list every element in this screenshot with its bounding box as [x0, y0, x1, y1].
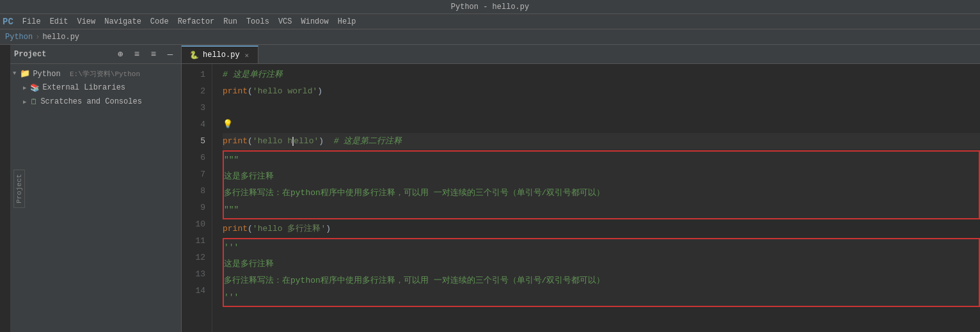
expand-button[interactable]: ≡ — [130, 47, 144, 61]
tree-item-python[interactable]: ▼ 📁 Python E:\学习资料\Python — [10, 67, 181, 81]
block-highlight-2: ''' 这是多行注释 多行注释写法：在python程序中使用多行注释，可以用 一… — [223, 238, 980, 307]
tree-arrow-python: ▼ — [13, 70, 16, 77]
tab-python-icon: 🐍 — [189, 51, 199, 60]
menu-navigate[interactable]: Navigate — [100, 16, 145, 28]
code-line-5: print('hello hello') # 这是第二行注释 — [223, 133, 980, 150]
title-bar: Python - hello.py — [0, 0, 980, 14]
line-num-5: 5 — [182, 133, 205, 150]
menu-help[interactable]: Help — [334, 16, 360, 28]
code-line-13: 多行注释写法：在python程序中使用多行注释，可以用 一对连续的三个引号（单引… — [224, 273, 979, 289]
collapse-button[interactable]: ≡ — [146, 47, 161, 61]
code-line-8: 多行注释写法：在python程序中使用多行注释，可以用 一对连续的三个引号（单引… — [224, 185, 979, 202]
tree-arrow-scratch: ▶ — [23, 99, 26, 106]
menu-file[interactable]: File — [19, 16, 45, 28]
app-icon: PC — [3, 17, 13, 27]
line-num-11: 11 — [182, 233, 205, 249]
folder-icon: 📁 — [20, 68, 30, 79]
line-num-1: 1 — [182, 67, 205, 83]
tree-label-scratch: Scratches and Consoles — [40, 97, 141, 106]
code-line-1: # 这是单行注释 — [223, 67, 980, 83]
bulb-icon: 💡 — [223, 116, 233, 133]
block-highlight-1: """ 这是多行注释 多行注释写法：在python程序中使用多行注释，可以用 一… — [223, 150, 980, 219]
line-num-8: 8 — [182, 183, 205, 200]
line-num-9: 9 — [182, 200, 205, 216]
menu-view[interactable]: View — [73, 16, 99, 28]
line-num-10: 10 — [182, 216, 205, 233]
add-button[interactable]: ⊕ — [113, 47, 127, 61]
code-line-11: ''' — [224, 239, 979, 256]
tab-strip: 🐍 hello.py ✕ — [182, 45, 980, 64]
line-num-4: 4 — [182, 116, 205, 133]
menu-window[interactable]: Window — [297, 16, 333, 28]
code-content[interactable]: # 这是单行注释 print('hello world') 💡 print('h… — [212, 64, 980, 332]
tab-close-button[interactable]: ✕ — [244, 51, 251, 60]
menu-run[interactable]: Run — [219, 16, 241, 28]
sidebar-tree: ▼ 📁 Python E:\学习资料\Python ▶ 📚 External L… — [10, 64, 181, 332]
code-line-10: print('hello 多行注释') — [223, 221, 980, 237]
menu-vcs[interactable]: VCS — [274, 16, 296, 28]
line-num-13: 13 — [182, 266, 205, 283]
code-line-7: 这是多行注释 — [224, 168, 979, 185]
line-num-2: 2 — [182, 83, 205, 100]
tree-label-python: Python E:\学习资料\Python — [33, 69, 140, 79]
breadcrumb: Python › hello.py — [0, 29, 980, 45]
tree-arrow-ext: ▶ — [23, 84, 26, 91]
menu-code[interactable]: Code — [146, 16, 173, 28]
main-layout: Project Project ⊕ ≡ ≡ — ▼ 📁 Python E:\学习… — [0, 45, 980, 332]
menu-edit[interactable]: Edit — [46, 16, 72, 28]
tree-item-scratches[interactable]: ▶ 🗒 Scratches and Consoles — [10, 95, 181, 109]
line-num-6: 6 — [182, 150, 205, 166]
line-numbers: 1 2 3 4 5 6 7 8 9 10 11 12 13 14 — [182, 64, 212, 332]
settings-button[interactable]: — — [163, 47, 177, 61]
tree-item-external-libraries[interactable]: ▶ 📚 External Libraries — [10, 81, 181, 95]
tab-hello-py[interactable]: 🐍 hello.py ✕ — [182, 45, 258, 63]
sidebar: Project ⊕ ≡ ≡ — ▼ 📁 Python E:\学习资料\Pytho… — [10, 45, 182, 332]
library-icon: 📚 — [30, 83, 40, 93]
code-editor[interactable]: 1 2 3 4 5 6 7 8 9 10 11 12 13 14 # 这是单行注… — [182, 64, 980, 332]
code-line-6: """ — [224, 152, 979, 168]
project-side-tab[interactable]: Project — [13, 169, 25, 207]
code-line-12: 这是多行注释 — [224, 256, 979, 273]
tree-label-ext: External Libraries — [42, 83, 125, 92]
menu-bar: PC File Edit View Navigate Code Refactor… — [0, 14, 980, 29]
code-line-9: """ — [224, 202, 979, 218]
breadcrumb-file[interactable]: hello.py — [42, 33, 79, 42]
breadcrumb-python[interactable]: Python — [5, 33, 33, 42]
tab-label: hello.py — [203, 51, 240, 59]
line-num-7: 7 — [182, 166, 205, 183]
sidebar-header: Project ⊕ ≡ ≡ — — [10, 45, 181, 64]
code-line-14: ''' — [224, 289, 979, 306]
scratch-icon: 🗒 — [30, 97, 38, 107]
code-line-4: 💡 — [223, 116, 980, 133]
editor-area: 🐍 hello.py ✕ 1 2 3 4 5 6 7 8 9 10 11 12 … — [182, 45, 980, 332]
menu-refactor[interactable]: Refactor — [174, 16, 219, 28]
line-num-3: 3 — [182, 100, 205, 116]
code-line-2: print('hello world') — [223, 83, 980, 100]
line-num-12: 12 — [182, 249, 205, 266]
sidebar-title: Project — [14, 50, 46, 59]
line-num-14: 14 — [182, 283, 205, 299]
code-line-3 — [223, 100, 980, 116]
menu-tools[interactable]: Tools — [242, 16, 273, 28]
title-text: Python - hello.py — [451, 3, 529, 12]
